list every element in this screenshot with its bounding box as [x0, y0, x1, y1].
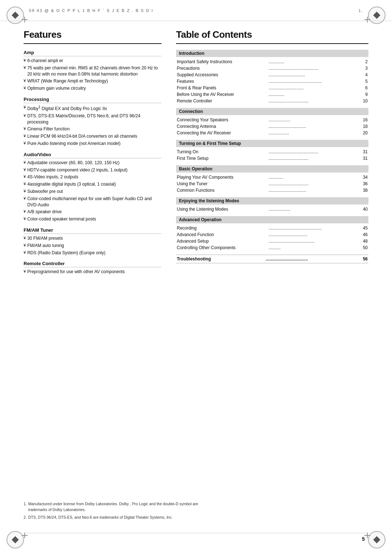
- bullet-icon: ¥: [24, 167, 26, 173]
- feature-text: 75 watts per channel min. RMS at 82 chan…: [27, 65, 162, 77]
- page-number: 5: [362, 536, 365, 542]
- toc-trouble-page: 56: [363, 256, 368, 262]
- bullet-icon: ¥: [24, 181, 26, 187]
- toc-item: Front & Rear Panels ....................…: [176, 85, 368, 91]
- features-column: Features Amp ¥ 6-channel ampli er ¥ 75 w…: [24, 25, 162, 526]
- features-divider: [24, 43, 162, 44]
- toc-item-page: 31: [360, 155, 368, 162]
- toc-item: Using the Tuner ........................…: [176, 181, 368, 187]
- bullet-icon: ¥: [24, 189, 26, 194]
- features-title: Features: [24, 29, 162, 40]
- footnotes: 1. Manufactured under license from Dolby…: [24, 501, 203, 522]
- bullet-icon: ¥: [24, 113, 26, 118]
- toc-item: Precautions ............................…: [176, 65, 368, 72]
- toc-item: Supplied Accessories ...................…: [176, 72, 368, 78]
- toc-item-label: Important Safety Instructions: [177, 58, 268, 65]
- toc-item: Features ...............................…: [176, 78, 368, 85]
- toc-item-page: 16: [360, 117, 368, 123]
- bullet-icon: ¥: [24, 243, 26, 248]
- feature-text: Color-coded speaker terminal posts: [27, 216, 96, 222]
- toc-item-label: Connecting Your Speakers: [177, 117, 268, 123]
- feature-item: ¥ Color-coded speaker terminal posts: [24, 216, 162, 222]
- toc-item-dots: ......................................: [269, 238, 360, 244]
- toc-item-page: 4: [360, 72, 368, 78]
- toc-item-page: 5: [360, 78, 368, 85]
- feature-item: ¥ Adjustable crossover (60, 80, 100, 120…: [24, 160, 162, 166]
- footnote-2-text: DTS, DTS 96/24, DTS-ES, and Neo:6 are tr…: [28, 515, 173, 520]
- toc-item-page: 34: [360, 174, 368, 181]
- toc-trouble-label: Troubleshooting: [177, 256, 211, 262]
- toc-item-dots: .................................: [269, 98, 360, 104]
- feature-item: ¥ 6-channel ampli er: [24, 58, 162, 64]
- cross-br: [364, 532, 370, 538]
- toc-item-dots: ..................: [269, 117, 360, 123]
- toc-item: Recording ..............................…: [176, 225, 368, 231]
- toc-item-page: 9: [360, 91, 368, 98]
- toc-item: Playing Your AV Components ............ …: [176, 174, 368, 181]
- toc-item-label: Remote Controller: [177, 98, 268, 104]
- feature-text: Cinema Filter function: [27, 126, 70, 132]
- toc-item-dots: .................: [269, 130, 360, 136]
- toc-item-dots: .................................: [269, 181, 360, 187]
- feature-text: 4assignable digital inputs (3 optical, 1…: [27, 181, 116, 187]
- toc-item-page: 38: [360, 187, 368, 194]
- bullet-icon: ¥: [24, 196, 26, 201]
- feature-item: ¥ 75 watts per channel min. RMS at 82 ch…: [24, 65, 162, 77]
- toc-item-label: First Time Setup: [177, 155, 268, 162]
- feature-group-amp: Amp ¥ 6-channel ampli er ¥ 75 watts per …: [24, 50, 162, 92]
- feature-text: Preprogrammed for use with other AV comp…: [27, 269, 125, 275]
- toc-item-dots: ..........: [269, 244, 360, 251]
- toc-item: Turning On .............................…: [176, 149, 368, 155]
- toc-section-turning-on: Turning on & First Time Setup Turning On…: [176, 140, 368, 162]
- toc-item-page: 31: [360, 149, 368, 155]
- toc-section-listening-modes: Enjoying the listening Modes Using the L…: [176, 197, 368, 212]
- bullet-icon: ¥: [24, 209, 26, 214]
- toc-item: Using the Listening Modes ..............…: [176, 206, 368, 212]
- feature-text: Optimum gain volume circuitry: [27, 85, 86, 92]
- feature-text: Linear PCM 96 kHz/24-bit D/A converters …: [27, 133, 137, 139]
- toc-item-label: Using the Listening Modes: [177, 206, 268, 212]
- toc-item-page: 2: [360, 58, 368, 65]
- toc-item-label: Controlling Other Components: [177, 244, 268, 251]
- feature-item: ¥ WRAT (Wide Range Ampli er Technology): [24, 78, 162, 84]
- feature-group-fmam: FM/AM Tuner ¥ 30 FM/AM presets ¥ FM/AM a…: [24, 227, 162, 256]
- toc-item: Before Using the AV Receiver ...........…: [176, 91, 368, 98]
- toc-item-dots: ............: [269, 174, 360, 181]
- corner-mark-bl: [7, 531, 24, 548]
- feature-item: ¥ DTS, DTS-ES Matrix/Discrete, DTS Neo:6…: [24, 113, 162, 125]
- bullet-icon: ¥: [24, 126, 26, 131]
- bullet-icon: ¥: [24, 216, 26, 222]
- toc-item-page: 36: [360, 181, 368, 187]
- toc-item: Common Functions .......................…: [176, 187, 368, 194]
- toc-item-dots: ................................: [269, 231, 360, 238]
- bullet-icon: ¥: [24, 133, 26, 139]
- toc-item-label: Playing Your AV Components: [177, 174, 268, 181]
- bullet-icon: ¥: [24, 250, 26, 255]
- toc-section-introduction: Introduction Important Safety Instructio…: [176, 50, 368, 104]
- toc-divider: [176, 43, 368, 44]
- toc-item-label: Precautions: [177, 65, 268, 72]
- toc-item-label: Common Functions: [177, 187, 268, 194]
- footnote-1-text: Manufactured under license from Dolby La…: [28, 501, 203, 512]
- toc-section-header-basic-operation: Basic Operation: [176, 165, 368, 173]
- feature-text: Subwoofer pre out: [27, 189, 63, 195]
- toc-item-dots: ........................................…: [269, 65, 360, 72]
- toc-item-dots: ..................: [269, 206, 360, 212]
- feature-text: 30 FM/AM presets: [27, 235, 63, 242]
- toc-section-header-introduction: Introduction: [176, 50, 368, 57]
- toc-item-dots: ........................................…: [269, 225, 360, 231]
- toc-item-dots: .................................: [269, 155, 360, 162]
- toc-item: Controlling Other Components .......... …: [176, 244, 368, 251]
- feature-group-processing-title: Processing: [24, 97, 162, 103]
- feature-text: HDTV-capable component video (2 inputs, …: [27, 167, 127, 173]
- toc-item-page: 40: [360, 206, 368, 212]
- diamond-bl: [12, 536, 19, 543]
- toc-item-label: Front & Rear Panels: [177, 85, 268, 91]
- feature-text: WRAT (Wide Range Ampli er Technology): [27, 78, 108, 84]
- toc-section-header-advanced-operation: Advanced Operation: [176, 216, 368, 223]
- toc-item: Important Safety Instructions ..........…: [176, 58, 368, 65]
- bottom-border-line: [24, 533, 368, 533]
- toc-item-label: Supplied Accessories: [177, 72, 268, 78]
- toc-item-dots: ...............................: [269, 123, 360, 130]
- feature-item: ¥ 4assignable digital inputs (3 optical,…: [24, 181, 162, 187]
